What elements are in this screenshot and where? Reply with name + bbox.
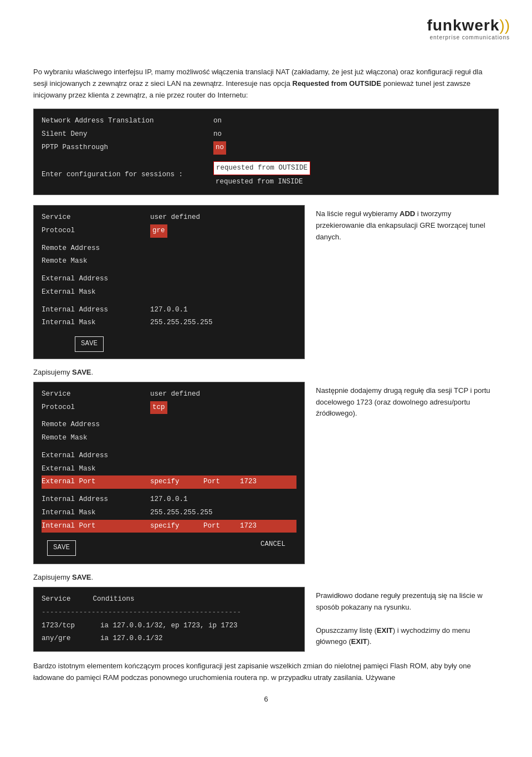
form2-cancel-button[interactable]: CANCEL — [260, 538, 285, 557]
table-right: Prawidłowo dodane reguły prezentują się … — [316, 587, 499, 648]
save-note-2-bold: SAVE — [72, 573, 91, 581]
nat-val-2: no — [213, 128, 222, 141]
nat-key-2: Silent Deny — [42, 128, 202, 141]
form2-protocol-key: Protocol — [42, 401, 141, 415]
table-row1-service: 1723/tcp — [42, 620, 91, 633]
form2-int-port-val: specify — [150, 520, 195, 533]
form1-protocol-val: gre — [150, 224, 167, 238]
table-row2-conditions: ia 127.0.0.1/32 — [100, 632, 163, 646]
table-header: Service Conditions — [42, 593, 296, 606]
form2-save-button[interactable]: SAVE — [47, 540, 76, 556]
form1-int-addr-row: Internal Address 127.0.0.1 — [42, 304, 296, 317]
form2-ext-port-num: 1723 — [240, 475, 257, 489]
nat-key-3: PPTP Passthrough — [42, 141, 202, 155]
form2-remote-addr-key: Remote Address — [42, 418, 141, 432]
form1-ext-addr-key: External Address — [42, 273, 141, 286]
nat-sessions-options: requested from OUTSIDE requested from IN… — [213, 161, 310, 190]
form1-right: Na liście reguł wybieramy ADD i tworzymy… — [316, 205, 499, 243]
nat-settings-box: Network Address Translation on Silent De… — [33, 109, 499, 195]
form2-protocol-val: tcp — [150, 401, 167, 415]
form1-save-row: SAVE — [42, 334, 296, 353]
table-box: Service Conditions ---------------------… — [33, 587, 305, 652]
nat-sessions-label: Enter configuration for sessions : — [42, 168, 202, 182]
table-row-1: 1723/tcp ia 127.0.0.1/32, ep 1723, ip 17… — [42, 620, 296, 633]
form2-int-mask-key: Internal Mask — [42, 507, 141, 520]
form1-ext-mask-key: External Mask — [42, 286, 141, 299]
form2-ext-port-key: External Port — [42, 475, 141, 489]
form1-int-mask-val: 255.255.255.255 — [150, 316, 213, 330]
form2-ext-mask-key: External Mask — [42, 463, 141, 476]
bottom-text: Bardzo istotnym elementem kończącym proc… — [33, 661, 499, 684]
nat-row-3: PPTP Passthrough no — [42, 141, 490, 155]
form1-int-mask-key: Internal Mask — [42, 316, 141, 330]
form2-int-port-num: 1723 — [240, 520, 257, 533]
logo-subtitle: enterprise communications — [427, 34, 510, 40]
form2-int-port-label: Port — [203, 520, 231, 533]
form1-service-row: Service user defined — [42, 211, 296, 224]
form2-int-addr-row: Internal Address 127.0.0.1 — [42, 493, 296, 507]
logo: funkwerk)) — [427, 17, 510, 34]
nat-val-1: on — [213, 115, 222, 128]
intro-text: Po wybraniu właściwego interfejsu IP, ma… — [33, 67, 499, 101]
form1-protocol-key: Protocol — [42, 224, 141, 238]
form2-remote-addr-row: Remote Address — [42, 418, 296, 432]
form1-remote-mask-key: Remote Mask — [42, 255, 141, 268]
form2-remote-mask-key: Remote Mask — [42, 432, 141, 445]
form2-buttons-row: SAVE CANCEL — [42, 537, 296, 558]
form1-save-button[interactable]: SAVE — [75, 336, 104, 352]
form2-section: Service user defined Protocol tcp Remote… — [33, 382, 499, 564]
form1-service-key: Service — [42, 211, 141, 224]
form1-remote-mask-row: Remote Mask — [42, 255, 296, 268]
form2-ext-port-row: External Port specify Port 1723 — [42, 475, 296, 489]
form2-box: Service user defined Protocol tcp Remote… — [33, 382, 305, 564]
bottom-text-content: Bardzo istotnym elementem kończącym proc… — [33, 662, 471, 682]
form2-left: Service user defined Protocol tcp Remote… — [33, 382, 305, 564]
form1-section: Service user defined Protocol gre Remote… — [33, 205, 499, 359]
logo-brand: funkwerk — [427, 17, 499, 34]
form2-service-key: Service — [42, 388, 141, 401]
form1-left: Service user defined Protocol gre Remote… — [33, 205, 305, 359]
intro-bold: Requested from OUTSIDE — [293, 79, 381, 88]
form2-right: Następnie dodajemy drugą regułę dla sesj… — [316, 382, 499, 420]
table-divider: ----------------------------------------… — [42, 606, 296, 620]
table-section: Service Conditions ---------------------… — [33, 587, 499, 652]
form2-ext-addr-key: External Address — [42, 449, 141, 463]
form2-int-port-key: Internal Port — [42, 520, 141, 533]
nat-row-2: Silent Deny no — [42, 128, 490, 141]
form2-int-mask-val: 255.255.255.255 — [150, 507, 213, 520]
page: funkwerk)) enterprise communications Po … — [0, 0, 532, 757]
form1-protocol-row: Protocol gre — [42, 224, 296, 238]
form2-int-addr-val: 127.0.0.1 — [150, 493, 188, 507]
form1-remote-addr-row: Remote Address — [42, 242, 296, 255]
table-row1-conditions: ia 127.0.0.1/32, ep 1723, ip 1723 — [100, 620, 238, 633]
form1-int-addr-val: 127.0.0.1 — [150, 304, 188, 317]
nat-key-1: Network Address Translation — [42, 115, 202, 128]
nat-option-outside[interactable]: requested from OUTSIDE — [213, 161, 310, 176]
form2-service-val: user defined — [150, 388, 200, 401]
form2-remote-mask-row: Remote Mask — [42, 432, 296, 445]
exit-note-exit2: EXIT — [351, 637, 367, 646]
nat-row-1: Network Address Translation on — [42, 115, 490, 128]
table-row-2: any/gre ia 127.0.0.1/32 — [42, 632, 296, 646]
form2-ext-mask-row: External Mask — [42, 463, 296, 476]
table-left: Service Conditions ---------------------… — [33, 587, 305, 652]
table-col2-header: Conditions — [93, 593, 135, 606]
form1-service-val: user defined — [150, 211, 200, 224]
nat-sessions-row: Enter configuration for sessions : reque… — [42, 161, 490, 190]
form1-int-addr-key: Internal Address — [42, 304, 141, 317]
form2-int-port-row: Internal Port specify Port 1723 — [42, 520, 296, 533]
table-col1-header: Service — [42, 593, 71, 606]
form2-protocol-row: Protocol tcp — [42, 401, 296, 415]
nat-option-inside[interactable]: requested from INSIDE — [213, 176, 310, 189]
exit-note: Opuszczamy listę (EXIT) i wychodzimy do … — [316, 626, 470, 646]
form1-int-mask-row: Internal Mask 255.255.255.255 — [42, 316, 296, 330]
logo-wave: )) — [499, 17, 510, 34]
save-note-2: Zapisujemy SAVE. — [33, 573, 499, 581]
exit-note-exit: EXIT — [377, 626, 393, 635]
form1-box: Service user defined Protocol gre Remote… — [33, 205, 305, 359]
save-note-1: Zapisujemy SAVE. — [33, 368, 499, 376]
form2-int-mask-row: Internal Mask 255.255.255.255 — [42, 507, 296, 520]
form2-int-addr-key: Internal Address — [42, 493, 141, 507]
form2-ext-port-label: Port — [203, 475, 231, 489]
form1-add-bold: ADD — [400, 209, 415, 218]
